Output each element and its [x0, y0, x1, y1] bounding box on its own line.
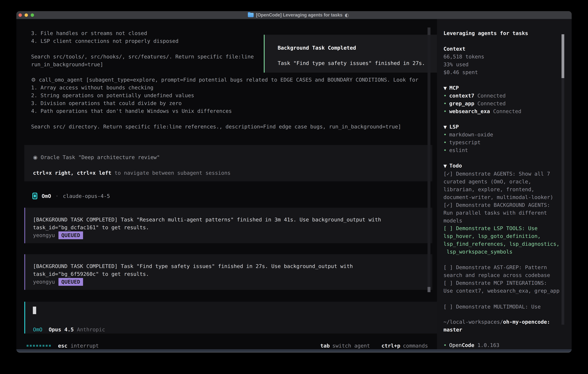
ctrlp-key-hint: ctrl+p: [381, 343, 400, 349]
main-scrollbar-thumb[interactable]: [428, 287, 430, 292]
input-model-name: Opus 4.5: [49, 327, 74, 332]
status-badge: QUEUED: [58, 278, 83, 286]
todo-item: [ ] Demonstrate MCP INTEGRATIONS: Use co…: [443, 279, 559, 295]
task-meta-line: yeongyuQUEUED: [33, 231, 432, 239]
status-left: esc interrupt: [27, 342, 99, 349]
app-name: Open: [449, 342, 462, 348]
text-cursor: [33, 307, 36, 314]
context-section: Context 66,518 tokens 33% used $0.46 spe…: [443, 45, 484, 76]
lsp-item: •typescript: [443, 139, 493, 146]
output-line: [31, 45, 254, 53]
app-window: [OpenCode] Leveraging agents for tasks ◐…: [16, 11, 572, 353]
workspace-path-dim: ~/local-workspaces/: [443, 319, 503, 325]
shortcut-key: ctrl+x left: [77, 170, 111, 176]
task-meta-line: yeongyuQUEUED: [33, 278, 432, 286]
oracle-task-title: ◉ Oracle Task "Deep architecture review": [33, 154, 432, 161]
prompt-input[interactable]: OmO Opus 4.5 Anthropic: [24, 302, 438, 333]
bullet-icon: •: [443, 139, 447, 145]
tool-call-line: [31, 115, 419, 123]
todo-item: [✓] Demonstrate AGENTS: Show all 7 curat…: [443, 170, 553, 201]
window-title: [OpenCode] Leveraging agents for tasks: [256, 12, 342, 18]
main-scrollbar-top-block: [428, 28, 430, 35]
bullet-icon: •: [443, 132, 447, 137]
task-user: yeongyu: [33, 279, 55, 285]
lsp-item: •eslint: [443, 146, 493, 154]
task-message-line: [BACKGROUND TASK COMPLETED] Task "Resear…: [33, 216, 432, 224]
oracle-task-box: ◉ Oracle Task "Deep architecture review"…: [24, 145, 432, 181]
agent-name: OmO: [42, 193, 51, 199]
tool-call-line: 4. Path operations that don't handle Win…: [31, 107, 419, 115]
notification-body: Task "Find type safety issues" finished …: [278, 59, 445, 67]
sidebar: Leveraging agents for tasks Context 66,5…: [437, 19, 572, 349]
traffic-lights: [19, 13, 34, 17]
mcp-item: •context7 Connected: [443, 92, 521, 100]
mcp-item: •websearch_exa Connected: [443, 107, 521, 115]
agent-cursor-icon: [32, 193, 37, 199]
task-user: yeongyu: [33, 232, 55, 238]
tool-call-line: Search src/ directory. Return specific f…: [31, 123, 419, 131]
bullet-icon: •: [443, 101, 447, 106]
output-line: 4. LSP client connections not properly d…: [31, 37, 254, 45]
workspace-branch: master: [443, 326, 550, 334]
task-message-line: task_id="bg_6f59260c" to get results.: [33, 270, 432, 278]
main-scrollbar[interactable]: [428, 28, 430, 292]
mcp-item: •grep_app Connected: [443, 100, 521, 107]
spinner-icon: ◐: [345, 12, 349, 18]
window-title-group: [OpenCode] Leveraging agents for tasks ◐: [248, 12, 349, 18]
tool-call-block: ⚙ call_omo_agent [subagent_type=explore,…: [31, 76, 419, 131]
tool-call-line: 2. String operations on potentially unde…: [31, 92, 419, 99]
app-version: 1.0.163: [477, 342, 499, 348]
output-line: run_in_background=true]: [31, 61, 254, 68]
context-spent: $0.46 spent: [443, 68, 484, 76]
bullet-icon: •: [443, 93, 447, 99]
chevron-down-icon: ▼: [443, 163, 447, 168]
background-task-message: [BACKGROUND TASK COMPLETED] Task "Find t…: [24, 254, 432, 290]
record-icon: ◉: [33, 154, 37, 160]
window-bottom-bar: [16, 349, 572, 353]
todo-item: [ ] Demonstrate AST-GREP: Pattern search…: [443, 263, 550, 279]
tool-call-text: call_omo_agent [subagent_type=explore, p…: [39, 77, 419, 83]
scrollback-text: 3. File handles or streams not closed 4.…: [31, 29, 254, 68]
output-line: Search src/tools/, src/hooks/, src/featu…: [31, 53, 254, 61]
task-message-line: [BACKGROUND TASK COMPLETED] Task "Find t…: [33, 262, 432, 270]
esc-key-label: interrupt: [71, 343, 99, 349]
tab-key-hint: tab: [320, 343, 330, 349]
todo-item: [ ] Demonstrate MULTIMODAL: Use: [443, 303, 541, 311]
zoom-button[interactable]: [31, 13, 34, 17]
tab-key-label: switch agent: [332, 343, 370, 349]
oracle-hint: ctrl+x right, ctrl+x left to navigate be…: [33, 169, 432, 177]
task-message-line: task_id="bg_dcfac161" to get results.: [33, 224, 432, 231]
status-right: tab switch agent ctrl+p commands: [320, 342, 428, 349]
chevron-down-icon: ▼: [443, 86, 447, 91]
sidebar-scrollbar-thumb[interactable]: [562, 34, 564, 78]
status-bar: esc interrupt tab switch agent ctrl+p co…: [16, 342, 437, 349]
context-tokens: 66,518 tokens: [443, 53, 484, 61]
model-info-line: OmO Opus 4.5 Anthropic: [33, 326, 105, 333]
sidebar-scrollbar[interactable]: [562, 34, 564, 325]
chevron-down-icon: ▼: [443, 125, 447, 130]
esc-key-hint: esc: [58, 343, 67, 349]
status-badge: QUEUED: [58, 231, 83, 239]
context-heading: Context: [443, 45, 484, 53]
tool-call-line: ⚙ call_omo_agent [subagent_type=explore,…: [31, 76, 419, 84]
bullet-icon: •: [443, 108, 447, 114]
mcp-section-header[interactable]: ▼MCP: [443, 84, 521, 92]
minimize-button[interactable]: [25, 13, 28, 17]
background-task-message: [BACKGROUND TASK COMPLETED] Task "Resear…: [24, 208, 432, 243]
tool-call-line: 3. Division operations that could divide…: [31, 99, 419, 107]
bullet-icon: •: [443, 147, 447, 153]
input-agent-name: OmO: [33, 327, 42, 332]
todo-section-header[interactable]: ▼Todo: [443, 162, 462, 170]
agent-header: OmO · claude-opus-4-5: [32, 192, 110, 200]
terminal-content: 3. File handles or streams not closed 4.…: [16, 19, 572, 349]
lsp-section-header[interactable]: ▼LSP: [443, 123, 493, 131]
context-used: 33% used: [443, 61, 484, 68]
lsp-item: •markdown-oxide: [443, 131, 493, 139]
todo-item: [✓] Demonstrate BACKGROUND AGENTS: Run p…: [443, 201, 550, 225]
gear-icon: ⚙: [31, 77, 36, 83]
workspace-path-bold: oh-my-opencode:: [503, 319, 550, 325]
input-model-provider: Anthropic: [77, 327, 105, 332]
title-bar: [OpenCode] Leveraging agents for tasks ◐: [16, 11, 572, 19]
close-button[interactable]: [19, 13, 22, 17]
todo-item-active: [ ] Demonstrate LSP TOOLS: Use lsp_hover…: [443, 224, 559, 256]
